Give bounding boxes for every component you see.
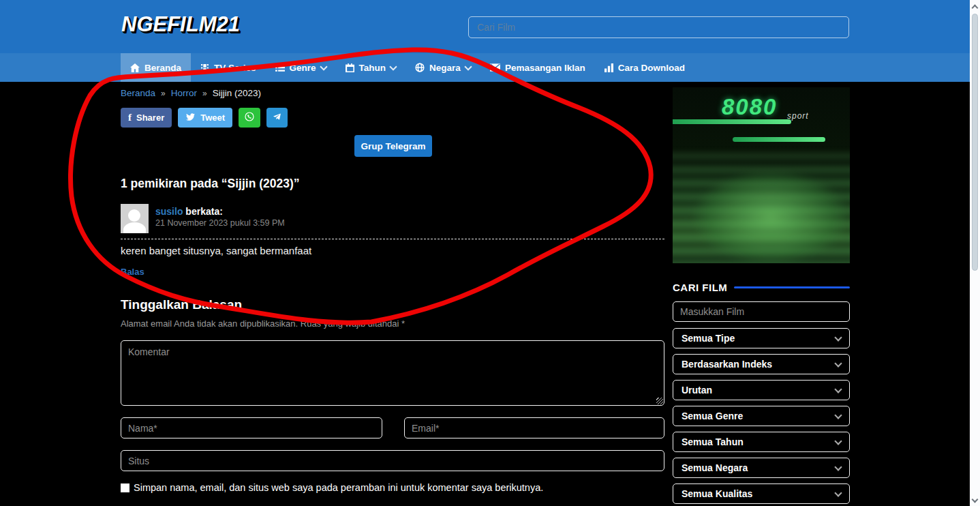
- save-info-row: Simpan nama, email, dan situs web saya p…: [121, 482, 543, 493]
- comment-says: berkata:: [185, 206, 222, 217]
- site-header: NGEFILM21: [0, 0, 970, 53]
- select-semua-kualitas[interactable]: Semua Kualitas: [673, 483, 850, 504]
- breadcrumb-link-beranda[interactable]: Beranda: [121, 88, 155, 98]
- nav-item-negara[interactable]: Negara: [405, 53, 480, 82]
- avatar-head: [128, 209, 140, 222]
- ad-brand-sub-text: sport: [787, 111, 809, 121]
- chevron-down-icon: [834, 437, 842, 445]
- scrollbar: [970, 0, 980, 506]
- select-semua-negara[interactable]: Semua Negara: [673, 458, 850, 478]
- save-info-label: Simpan nama, email, dan situs web saya p…: [134, 482, 543, 493]
- nav-label: Cara Download: [618, 63, 685, 73]
- facebook-icon: f: [128, 112, 132, 123]
- whatsapp-share-button[interactable]: [239, 108, 260, 128]
- nav-item-tv-series[interactable]: TV Series: [191, 53, 266, 82]
- avatar-body: [123, 222, 146, 233]
- select-value: Semua Kualitas: [682, 488, 752, 499]
- select-value: Semua Genre: [682, 411, 743, 421]
- textarea-resize-handle[interactable]: [656, 398, 663, 404]
- facebook-share-button[interactable]: f Sharer: [121, 108, 172, 128]
- telegram-share-button[interactable]: [266, 108, 288, 128]
- search-input[interactable]: [468, 16, 849, 38]
- chevron-down-icon: [834, 411, 842, 419]
- save-info-checkbox[interactable]: [121, 483, 129, 492]
- nav-item-cara-download[interactable]: Cara Download: [595, 53, 694, 82]
- film-icon: [200, 63, 209, 72]
- email-field[interactable]: [404, 417, 664, 438]
- comment-divider: [121, 239, 664, 239]
- select-urutan[interactable]: Urutan: [673, 380, 850, 400]
- ad-background: [673, 153, 850, 263]
- nav-label: Genre: [290, 63, 316, 73]
- avatar: [121, 204, 149, 233]
- nav-item-genre[interactable]: Genre: [266, 53, 336, 82]
- breadcrumb-current: Sijjin (2023): [213, 88, 261, 98]
- select-semua-tahun[interactable]: Semua Tahun: [673, 432, 850, 452]
- chevron-down-icon: [389, 63, 397, 70]
- nav-label: Tahun: [359, 63, 386, 73]
- breadcrumb-link-horror[interactable]: Horror: [171, 88, 197, 98]
- select-value: Semua Negara: [682, 462, 748, 473]
- page: NGEFILM21 Beranda TV Series Genre Tahun: [0, 0, 980, 506]
- bar-chart-icon: [604, 63, 613, 72]
- nav-label: Negara: [429, 63, 461, 73]
- envelope-icon: [490, 63, 500, 72]
- main-nav: Beranda TV Series Genre Tahun Negara: [0, 53, 970, 82]
- select-value: Semua Tipe: [682, 333, 735, 344]
- home-icon: [130, 63, 140, 72]
- sidebar-search-title: CARI FILM: [673, 282, 727, 293]
- share-label: Tweet: [200, 113, 225, 123]
- comment-textarea[interactable]: [121, 340, 664, 406]
- content-area: NGEFILM21 Beranda TV Series Genre Tahun: [0, 0, 970, 506]
- chevron-down-icon: [834, 489, 842, 496]
- chevron-down-icon: [464, 63, 472, 70]
- comment-date: 21 November 2023 pukul 3:59 PM: [155, 218, 285, 228]
- title-accent-line: [734, 286, 850, 288]
- select-semua-genre[interactable]: Semua Genre: [673, 406, 850, 426]
- comment-meta: susilo berkata:: [155, 206, 223, 217]
- chevron-down-icon: [320, 63, 327, 70]
- calendar-icon: [346, 63, 354, 72]
- nav-item-tahun[interactable]: Tahun: [336, 53, 406, 82]
- breadcrumb-separator: »: [161, 89, 166, 98]
- select-berdasarkan-indeks[interactable]: Berdasarkan Indeks: [673, 354, 850, 374]
- film-search-input[interactable]: [673, 301, 850, 322]
- twitter-icon: [185, 113, 196, 123]
- globe-icon: [415, 63, 425, 72]
- nav-label: TV Series: [214, 63, 256, 73]
- twitter-share-button[interactable]: Tweet: [178, 108, 232, 128]
- chevron-down-icon: [834, 333, 842, 341]
- ad-brand-text: 8080: [722, 94, 777, 120]
- select-semua-tipe[interactable]: Semua Tipe: [673, 328, 850, 348]
- select-value: Berdasarkan Indeks: [682, 359, 772, 370]
- share-buttons: f Sharer Tweet: [121, 108, 288, 128]
- site-field[interactable]: [121, 450, 664, 471]
- breadcrumb: Beranda»Horror»Sijjin (2023): [121, 88, 261, 98]
- select-value: Urutan: [682, 385, 712, 396]
- share-label: Sharer: [136, 113, 164, 123]
- comment-author-link[interactable]: susilo: [155, 206, 183, 217]
- telegram-icon: [272, 112, 282, 123]
- reply-form-note: Alamat email Anda tidak akan dipublikasi…: [121, 318, 405, 329]
- reply-link[interactable]: Balas: [121, 267, 144, 277]
- select-value: Semua Tahun: [682, 436, 744, 447]
- sidebar-search-header: CARI FILM: [673, 282, 850, 293]
- grup-telegram-button[interactable]: Grup Telegram: [354, 135, 432, 157]
- nav-item-pemasangan-iklan[interactable]: Pemasangan Iklan: [480, 53, 595, 82]
- ad-streak: [673, 119, 791, 124]
- scroll-down-arrow[interactable]: [973, 497, 977, 502]
- scroll-up-arrow[interactable]: [973, 3, 977, 8]
- chevron-down-icon: [834, 385, 842, 393]
- chevron-down-icon: [834, 359, 842, 367]
- nav-label: Pemasangan Iklan: [505, 63, 585, 73]
- site-logo[interactable]: NGEFILM21: [121, 12, 240, 37]
- whatsapp-icon: [244, 111, 255, 124]
- reply-form-heading: Tinggalkan Balasan: [121, 297, 242, 312]
- ad-streak: [733, 137, 825, 142]
- ad-banner[interactable]: 8080 sport: [673, 87, 850, 263]
- scrollbar-thumb[interactable]: [972, 14, 978, 271]
- nav-item-beranda[interactable]: Beranda: [121, 53, 191, 82]
- breadcrumb-separator: »: [202, 89, 207, 98]
- name-field[interactable]: [121, 417, 382, 438]
- nav-label: Beranda: [144, 63, 181, 73]
